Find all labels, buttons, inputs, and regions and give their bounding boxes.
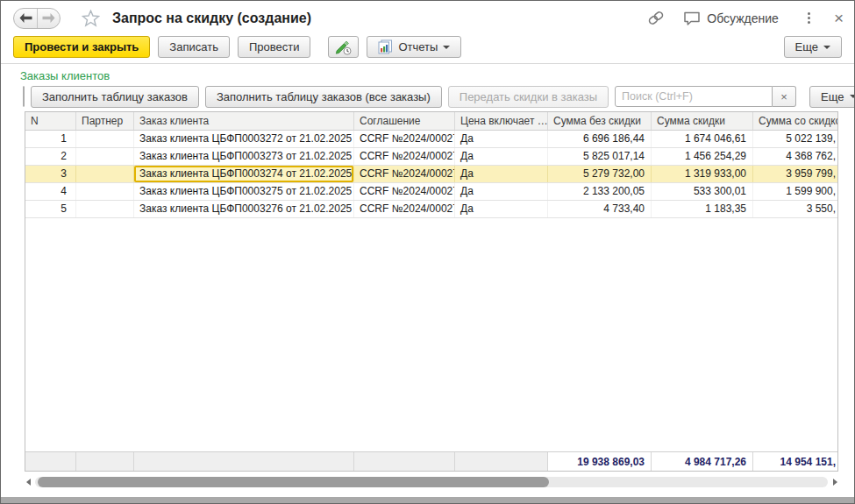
total-sum-base: 19 938 869,03 — [548, 452, 652, 471]
document-window: Запрос на скидку (создание) Обсуждение ×… — [0, 0, 855, 504]
cell-sum-base[interactable]: 2 133 200,05 — [548, 183, 652, 200]
reports-chart-icon — [378, 39, 393, 54]
post-debit-credit-button[interactable] — [328, 36, 359, 58]
total-sum-discount: 4 984 717,26 — [652, 452, 753, 471]
cell-agreement[interactable]: CCRF №2024/000272… — [354, 166, 455, 182]
cell-sum-total[interactable]: 1 599 900, — [753, 183, 837, 200]
cell-price-includes[interactable]: Да — [455, 131, 548, 147]
post-and-close-button[interactable]: Провести и закрыть — [13, 36, 150, 58]
table-header-row: N Партнер Заказ клиента Соглашение Цена … — [25, 112, 837, 131]
more-menu-icon[interactable] — [805, 10, 813, 26]
cell-partner[interactable] — [76, 166, 134, 182]
column-header-partner[interactable]: Партнер — [76, 112, 134, 130]
cell-agreement[interactable]: CCRF №2024/000272… — [354, 201, 455, 217]
column-header-n[interactable]: N — [25, 112, 76, 130]
cell-price-includes[interactable]: Да — [455, 183, 548, 200]
history-nav — [13, 8, 61, 29]
close-icon[interactable]: × — [834, 10, 844, 26]
main-toolbar: Провести и закрыть Записать Провести Отч… — [1, 35, 854, 64]
pencil-clock-icon — [335, 39, 352, 55]
table-more-button[interactable]: Еще — [809, 86, 855, 108]
fill-orders-button[interactable]: Заполнить таблицу заказов — [31, 86, 199, 108]
column-header-price-includes[interactable]: Цена включает … — [455, 112, 548, 130]
cell-sum-base[interactable]: 5 279 732,00 — [548, 166, 652, 182]
cell-sum-base[interactable]: 6 696 186,44 — [548, 131, 652, 147]
search-input[interactable] — [615, 86, 773, 107]
table-row[interactable]: 1 Заказ клиента ЦБФП0003272 от 21.02.202… — [25, 131, 837, 148]
cell-agreement[interactable]: CCRF №2024/000272… — [354, 131, 455, 147]
column-header-agreement[interactable]: Соглашение — [354, 112, 455, 130]
cell-partner[interactable] — [76, 201, 134, 217]
cell-order[interactable]: Заказ клиента ЦБФП0003276 от 21.02.2025 … — [134, 201, 354, 217]
cell-sum-discount[interactable]: 1 456 254,29 — [652, 148, 753, 165]
column-header-order[interactable]: Заказ клиента — [134, 112, 354, 130]
discussion-button[interactable]: Обсуждение — [683, 11, 779, 26]
scrollbar-track[interactable] — [35, 477, 828, 487]
footer-cell — [354, 452, 455, 471]
back-arrow-icon — [19, 13, 32, 23]
cell-sum-total[interactable]: 3 959 799, — [753, 166, 837, 182]
cell-partner[interactable] — [76, 183, 134, 200]
arrow-up-icon — [24, 90, 25, 103]
cell-sum-discount[interactable]: 533 300,01 — [652, 183, 753, 200]
fill-all-orders-button[interactable]: Заполнить таблицу заказов (все заказы) — [205, 86, 442, 108]
row-move-group — [23, 86, 25, 107]
forward-arrow-icon — [42, 13, 55, 23]
table-empty-area — [25, 218, 837, 451]
table-totals-row: 19 938 869,03 4 984 717,26 14 954 151, — [25, 451, 837, 471]
column-header-sum-discount[interactable]: Сумма скидки — [652, 112, 753, 130]
table-row[interactable]: 4 Заказ клиента ЦБФП0003275 от 21.02.202… — [25, 183, 837, 201]
cell-n[interactable]: 2 — [25, 148, 76, 165]
cell-sum-base[interactable]: 5 825 017,14 — [548, 148, 652, 165]
cell-price-includes[interactable]: Да — [455, 201, 548, 217]
cell-agreement[interactable]: CCRF №2024/000272… — [354, 148, 455, 165]
forward-button[interactable] — [37, 9, 60, 28]
write-button[interactable]: Записать — [158, 36, 230, 58]
chevron-down-icon — [823, 46, 830, 49]
cell-order[interactable]: Заказ клиента ЦБФП0003273 от 21.02.2025 … — [134, 148, 354, 165]
toolbar-more-label: Еще — [795, 40, 818, 53]
cell-price-includes[interactable]: Да — [455, 166, 548, 182]
copy-link-icon[interactable] — [646, 10, 666, 26]
cell-n[interactable]: 3 — [25, 166, 76, 182]
cell-n[interactable]: 1 — [25, 131, 76, 147]
table-row[interactable]: 2 Заказ клиента ЦБФП0003273 от 21.02.202… — [25, 148, 837, 166]
cell-price-includes[interactable]: Да — [455, 148, 548, 165]
cell-order[interactable]: Заказ клиента ЦБФП0003275 от 21.02.2025 … — [134, 183, 354, 200]
cell-order[interactable]: Заказ клиента ЦБФП0003272 от 21.02.2025 … — [134, 131, 354, 147]
cell-sum-discount[interactable]: 1 319 933,00 — [652, 166, 753, 182]
cell-sum-discount[interactable]: 1 183,35 — [652, 201, 753, 217]
cell-agreement[interactable]: CCRF №2024/000272… — [354, 183, 455, 200]
scroll-left-icon[interactable] — [25, 478, 32, 486]
cell-order-focused[interactable]: Заказ клиента ЦБФП0003274 от 21.02.2025 … — [134, 166, 354, 182]
cell-sum-base[interactable]: 4 733,40 — [548, 201, 652, 217]
move-row-up-button[interactable] — [24, 87, 25, 106]
cell-partner[interactable] — [76, 148, 134, 165]
cell-partner[interactable] — [76, 131, 134, 147]
post-button[interactable]: Провести — [238, 36, 311, 58]
column-header-sum-total[interactable]: Сумма со скидкой — [753, 112, 837, 130]
cell-n[interactable]: 5 — [25, 201, 76, 217]
footer-cell — [76, 452, 134, 471]
cell-sum-total[interactable]: 4 368 762, — [753, 148, 837, 165]
favorite-star-icon[interactable] — [82, 10, 100, 27]
discussion-label: Обсуждение — [707, 11, 779, 25]
cell-sum-total[interactable]: 3 550, — [753, 201, 837, 217]
scrollbar-thumb[interactable] — [38, 477, 549, 487]
column-header-sum-base[interactable]: Сумма без скидки — [548, 112, 652, 130]
cell-sum-discount[interactable]: 1 674 046,61 — [652, 131, 753, 147]
toolbar-more-button[interactable]: Еще — [784, 36, 842, 58]
back-button[interactable] — [14, 9, 37, 28]
footer-cell — [455, 452, 548, 471]
table-row[interactable]: 5 Заказ клиента ЦБФП0003276 от 21.02.202… — [25, 201, 837, 218]
search-clear-icon[interactable]: × — [773, 86, 796, 107]
table-row-selected[interactable]: 3 Заказ клиента ЦБФП0003274 от 21.02.202… — [25, 166, 837, 183]
page-title: Запрос на скидку (создание) — [112, 11, 311, 26]
cell-sum-total[interactable]: 5 022 139, — [753, 131, 837, 147]
transfer-discounts-button[interactable]: Передать скидки в заказы — [448, 86, 609, 108]
scroll-right-icon[interactable] — [831, 478, 838, 486]
reports-button[interactable]: Отчеты — [367, 36, 461, 58]
cell-n[interactable]: 4 — [25, 183, 76, 200]
titlebar: Запрос на скидку (создание) Обсуждение × — [1, 1, 854, 35]
chevron-down-icon — [850, 95, 855, 98]
